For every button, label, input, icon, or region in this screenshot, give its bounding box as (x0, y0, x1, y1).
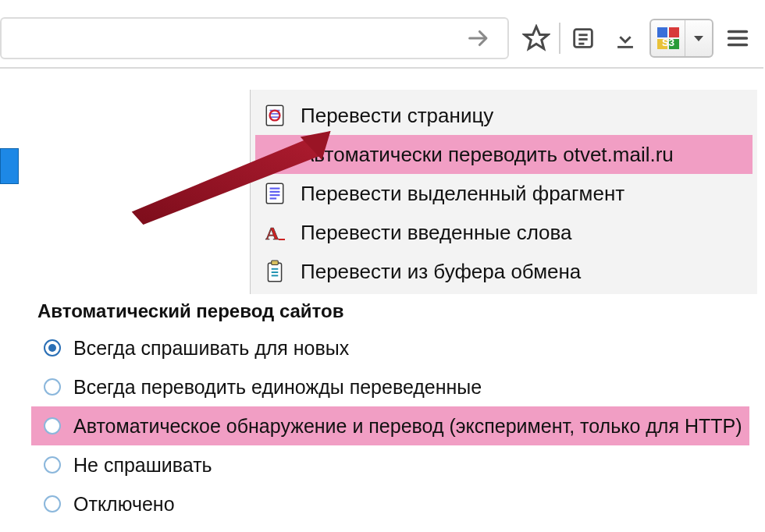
s3-translator-button[interactable]: S3 (649, 19, 713, 58)
radio-option-disabled[interactable]: Отключено (31, 484, 749, 523)
page-swirl-icon (260, 103, 290, 128)
radio-icon (44, 495, 61, 512)
menu-item-label: Перевести страницу (301, 104, 493, 128)
radio-icon (44, 456, 61, 473)
radio-label: Автоматическое обнаружение и перевод (эк… (73, 415, 742, 438)
radio-label: Всегда спрашивать для новых (73, 337, 349, 360)
hamburger-menu-icon[interactable] (717, 17, 759, 59)
auto-translate-options: Автоматический перевод сайтов Всегда спр… (31, 300, 749, 523)
spacer-icon (260, 142, 290, 167)
url-bar[interactable] (0, 17, 509, 59)
radio-icon (44, 417, 61, 434)
toolbar-separator (559, 23, 560, 54)
svg-text:A: A (265, 223, 279, 243)
radio-label: Не спрашивать (73, 454, 212, 477)
svg-rect-29 (272, 261, 279, 264)
svg-marker-12 (694, 36, 703, 41)
svg-text:S3: S3 (662, 37, 674, 48)
options-title: Автоматический перевод сайтов (31, 300, 749, 322)
go-arrow-icon[interactable] (457, 17, 500, 59)
radio-option-dont-ask[interactable]: Не спрашивать (31, 445, 749, 484)
menu-item-translate-clipboard[interactable]: Перевести из буфера обмена (255, 252, 753, 291)
radio-label: Всегда переводить единожды переведенные (73, 376, 482, 399)
radio-icon (44, 378, 61, 395)
svg-rect-21 (266, 183, 283, 204)
page-lines-icon (260, 181, 290, 206)
page-accent-strip (0, 148, 19, 184)
radio-label: Отключено (73, 493, 175, 516)
download-icon[interactable] (604, 17, 646, 59)
translate-context-menu: Перевести страницу Автоматически перевод… (250, 90, 757, 294)
menu-item-label: Перевести из буфера обмена (301, 260, 581, 284)
radio-option-ask-new[interactable]: Всегда спрашивать для новых (31, 328, 749, 367)
svg-marker-1 (525, 27, 548, 49)
radio-option-auto-detect[interactable]: Автоматическое обнаружение и перевод (эк… (31, 406, 749, 445)
chevron-down-icon[interactable] (685, 32, 712, 44)
browser-toolbar: S3 (0, 9, 763, 69)
radio-icon (44, 339, 61, 356)
menu-item-translate-page[interactable]: Перевести страницу (255, 96, 753, 135)
menu-item-translate-typed[interactable]: A Перевести введенные слова (255, 213, 753, 252)
star-icon[interactable] (515, 17, 557, 59)
menu-item-translate-selection[interactable]: Перевести выделенный фрагмент (255, 174, 753, 213)
menu-item-label: Автоматически переводить otvet.mail.ru (301, 143, 674, 167)
reading-list-icon[interactable] (562, 17, 604, 59)
svg-rect-6 (617, 46, 633, 48)
s3-icon: S3 (651, 20, 685, 56)
radio-option-always-translate-once[interactable]: Всегда переводить единожды переведенные (31, 367, 749, 406)
menu-item-label: Перевести введенные слова (301, 221, 572, 245)
menu-item-label: Перевести выделенный фрагмент (301, 182, 624, 206)
clipboard-icon (260, 259, 290, 284)
letter-a-icon: A (260, 220, 290, 245)
menu-item-auto-translate-site[interactable]: Автоматически переводить otvet.mail.ru (255, 135, 753, 174)
